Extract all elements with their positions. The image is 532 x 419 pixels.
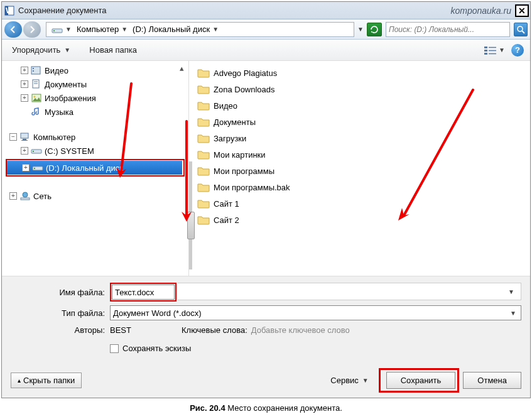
refresh-button[interactable] (367, 23, 382, 36)
nav-back-button[interactable] (4, 21, 22, 38)
list-item[interactable]: Загрузки (195, 130, 528, 146)
drive-icon (31, 146, 42, 156)
svg-rect-15 (33, 70, 34, 72)
hide-folders-button[interactable]: ▴ Скрыть папки (11, 373, 82, 388)
folder-tree[interactable]: ▴ +Видео +Документы +Изображения Музыка … (2, 61, 189, 276)
service-menu[interactable]: Сервис ▼ (330, 376, 368, 385)
drive-icon (32, 163, 43, 173)
search-input-box[interactable] (386, 22, 510, 37)
tree-item-documents[interactable]: +Документы (2, 77, 188, 91)
save-button[interactable]: Сохранить (386, 372, 456, 389)
chevron-down-icon: ▼ (499, 46, 505, 53)
chevron-down-icon[interactable]: ▼ (508, 310, 518, 317)
list-item[interactable]: Сайт 2 (195, 212, 528, 228)
tree-label: Изображения (45, 94, 96, 103)
new-folder-button[interactable]: Новая папка (85, 43, 141, 57)
nav-forward-button[interactable] (23, 21, 41, 38)
organize-label: Упорядочить (12, 45, 60, 55)
expand-icon[interactable]: + (9, 192, 17, 200)
file-name: Загрузки (214, 134, 246, 143)
tree-label: Видео (45, 66, 68, 75)
close-button[interactable]: ✕ (515, 4, 529, 17)
list-item[interactable]: Мои программы.bak (195, 179, 528, 195)
list-item[interactable]: Мои картинки (195, 146, 528, 163)
svg-point-20 (34, 96, 36, 98)
history-dropdown[interactable]: ▼ (356, 23, 366, 36)
breadcrumb-drive[interactable]: (D:) Локальный диск ▼ (130, 23, 221, 36)
network-icon (19, 191, 31, 201)
chevron-up-icon: ▴ (18, 377, 21, 384)
svg-text:W: W (6, 6, 14, 15)
svg-rect-14 (33, 68, 34, 69)
file-name: Видео (214, 101, 237, 111)
list-item[interactable]: Сайт 1 (195, 195, 528, 212)
svg-rect-8 (484, 50, 487, 52)
folder-icon (197, 215, 210, 225)
list-item[interactable]: Advego Plagiatus (195, 65, 528, 81)
svg-rect-25 (33, 151, 34, 152)
list-item[interactable]: Мои программы (195, 163, 528, 179)
chevron-down-icon: ▼ (65, 26, 72, 33)
search-button[interactable] (514, 23, 528, 36)
filetype-combo[interactable]: Документ Word (*.docx) ▼ (110, 305, 521, 320)
folder-icon (197, 199, 210, 209)
tree-item-drive-d[interactable]: + (D:) Локальный диск (7, 161, 182, 175)
tree-item-drive-c[interactable]: +(C:) SYSTEM (2, 144, 188, 158)
search-input[interactable] (389, 25, 507, 34)
folder-icon (197, 68, 210, 78)
collapse-icon[interactable]: − (9, 133, 17, 141)
chevron-down-icon: ▼ (121, 26, 128, 33)
keywords-label: Ключевые слова: (182, 325, 247, 335)
expand-icon[interactable]: + (21, 147, 28, 155)
svg-rect-27 (34, 168, 35, 169)
keywords-placeholder[interactable]: Добавьте ключевое слово (251, 325, 350, 335)
organize-button[interactable]: Упорядочить ▼ (8, 43, 74, 57)
svg-point-28 (23, 192, 28, 197)
file-name: Мои программы.bak (214, 183, 290, 192)
breadcrumb-computer[interactable]: Компьютер ▼ (74, 23, 130, 36)
chevron-down-icon: ▼ (362, 377, 369, 384)
watermark-text: komponauka.ru (450, 6, 511, 16)
folder-icon (197, 84, 210, 94)
scroll-up-icon[interactable]: ▴ (177, 62, 186, 73)
new-folder-label: Новая папка (89, 45, 137, 55)
tree-label: Музыка (45, 107, 73, 117)
breadcrumb-drive-icon[interactable]: ▼ (49, 23, 74, 36)
tree-item-video[interactable]: +Видео (2, 63, 188, 77)
svg-rect-23 (21, 140, 28, 141)
chevron-down-icon: ▼ (212, 26, 219, 33)
folder-icon (197, 133, 210, 143)
breadcrumb[interactable]: ▼ Компьютер ▼ (D:) Локальный диск ▼ (46, 22, 354, 37)
expand-icon[interactable]: + (21, 67, 28, 74)
svg-line-6 (522, 31, 524, 33)
view-mode-button[interactable]: ▼ (482, 44, 506, 57)
tree-item-computer[interactable]: −Компьютер (2, 130, 188, 144)
expand-icon[interactable]: + (22, 164, 30, 171)
authors-value[interactable]: BEST (110, 325, 131, 335)
list-item[interactable]: Zona Downloads (195, 81, 528, 97)
file-list[interactable]: Advego PlagiatusZona DownloadsВидеоДокум… (192, 61, 530, 276)
thumbnails-checkbox[interactable] (110, 344, 119, 353)
filename-label: Имя файла: (11, 288, 105, 297)
svg-rect-7 (484, 46, 487, 48)
video-icon (31, 65, 42, 75)
filename-combo-extension[interactable]: ▼ (178, 283, 521, 300)
expand-icon[interactable]: + (21, 94, 28, 102)
svg-rect-29 (21, 198, 30, 200)
cancel-button[interactable]: Отмена (463, 372, 521, 389)
folder-icon (197, 166, 210, 176)
tree-item-network[interactable]: +Сеть (2, 189, 188, 203)
list-item[interactable]: Документы (195, 114, 528, 130)
file-name: Документы (214, 117, 256, 127)
expand-icon[interactable]: + (21, 80, 28, 88)
folder-icon (197, 101, 210, 111)
tree-item-music[interactable]: Музыка (2, 105, 188, 119)
tree-item-pictures[interactable]: +Изображения (2, 91, 188, 105)
filetype-value: Документ Word (*.docx) (113, 308, 202, 318)
chevron-down-icon[interactable]: ▼ (508, 288, 518, 295)
help-button[interactable]: ? (511, 44, 524, 57)
pictures-icon (31, 93, 42, 103)
dialog-title: Сохранение документа (18, 6, 450, 15)
list-item[interactable]: Видео (195, 97, 528, 114)
folder-icon (197, 117, 210, 127)
